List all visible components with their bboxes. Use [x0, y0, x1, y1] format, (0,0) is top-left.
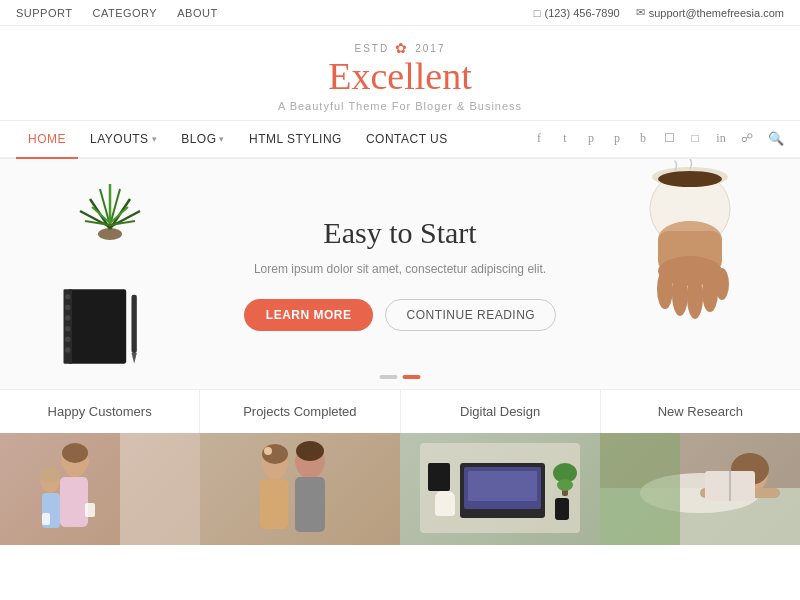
linkedin-icon[interactable]: in: [712, 131, 730, 146]
email-info: ✉ support@themefreesia.com: [636, 6, 784, 19]
svg-point-47: [296, 441, 324, 461]
flower-icon: ✿: [395, 40, 409, 56]
nav-layouts[interactable]: LAYOUTS ▾: [78, 120, 169, 158]
mail-icon: ✉: [636, 6, 645, 19]
logo-title[interactable]: Excellent: [0, 56, 800, 98]
nav-home[interactable]: HOME: [16, 121, 78, 159]
svg-rect-43: [120, 433, 200, 545]
hero-plant-decoration: [70, 169, 160, 259]
gallery-item-3[interactable]: [400, 433, 600, 545]
search-icon[interactable]: 🔍: [768, 131, 784, 147]
hero-content: Easy to Start Lorem ipsum dolor sit amet…: [244, 216, 556, 331]
svg-rect-12: [68, 289, 126, 363]
logo-estd: ESTD ✿ 2017: [0, 40, 800, 56]
stat-projects-completed: Projects Completed: [200, 390, 400, 433]
stats-section: Happy Customers Projects Completed Digit…: [0, 389, 800, 433]
hero-section: Easy to Start Lorem ipsum dolor sit amet…: [0, 159, 800, 389]
learn-more-button[interactable]: LEARN MORE: [244, 299, 374, 331]
svg-rect-20: [132, 294, 137, 352]
gallery-section: [0, 433, 800, 545]
svg-point-30: [687, 275, 703, 319]
nav-contact[interactable]: CONTACT US: [354, 120, 460, 158]
hero-buttons: LEARN MORE CONTINUE READING: [244, 299, 556, 331]
continue-reading-button[interactable]: CONTINUE READING: [385, 299, 556, 331]
logo-area: ESTD ✿ 2017 Excellent A Beautyful Theme …: [0, 26, 800, 121]
phone-number: (123) 456-7890: [544, 7, 619, 19]
instagram-icon[interactable]: ☐: [660, 131, 678, 146]
twitter-icon[interactable]: t: [556, 131, 574, 146]
facebook-icon[interactable]: f: [530, 131, 548, 146]
svg-point-24: [658, 171, 722, 187]
email-address: support@themefreesia.com: [649, 7, 784, 19]
svg-point-15: [65, 305, 70, 310]
nav-left: HOME LAYOUTS ▾ BLOG ▾ HTML STYLING CONTA…: [16, 120, 460, 158]
top-bar: SUPPORT CATEGORY ABOUT □ (123) 456-7890 …: [0, 0, 800, 26]
pinterest2-icon[interactable]: p: [608, 131, 626, 146]
about-link[interactable]: ABOUT: [177, 7, 217, 19]
svg-point-0: [98, 228, 122, 240]
stat-research-label: New Research: [609, 404, 792, 419]
svg-point-16: [65, 315, 70, 320]
slider-dots: [380, 375, 421, 379]
svg-point-36: [62, 443, 88, 463]
svg-rect-56: [468, 471, 537, 501]
svg-rect-45: [295, 477, 325, 532]
svg-rect-34: [60, 477, 88, 527]
slider-dot-1[interactable]: [380, 375, 398, 379]
reddit-icon[interactable]: □: [686, 131, 704, 146]
svg-point-17: [65, 326, 70, 331]
stat-happy-customers: Happy Customers: [0, 390, 200, 433]
top-bar-contact: □ (123) 456-7890 ✉ support@themefreesia.…: [534, 6, 784, 19]
pinterest-icon[interactable]: p: [582, 131, 600, 146]
top-bar-links: SUPPORT CATEGORY ABOUT: [16, 7, 218, 19]
stat-projects-label: Projects Completed: [208, 404, 391, 419]
stat-digital-label: Digital Design: [409, 404, 592, 419]
nav-blog[interactable]: BLOG ▾: [169, 120, 237, 158]
svg-marker-21: [132, 353, 137, 364]
nav-social: f t p p b ☐ □ in ☍ 🔍: [530, 131, 784, 147]
svg-rect-41: [85, 503, 95, 517]
gallery-item-2[interactable]: [200, 433, 400, 545]
blog-dropdown-arrow: ▾: [219, 134, 225, 144]
svg-rect-62: [428, 463, 450, 491]
svg-rect-63: [555, 498, 569, 520]
stat-digital-design: Digital Design: [401, 390, 601, 433]
svg-rect-61: [435, 498, 455, 516]
svg-point-52: [264, 447, 272, 455]
logo-letter-e: E: [328, 55, 351, 97]
svg-rect-72: [600, 433, 680, 545]
stat-new-research: New Research: [601, 390, 800, 433]
nav-bar: HOME LAYOUTS ▾ BLOG ▾ HTML STYLING CONTA…: [0, 121, 800, 159]
logo-title-rest: xcellent: [351, 55, 471, 97]
gallery-item-1[interactable]: [0, 433, 200, 545]
category-link[interactable]: CATEGORY: [92, 7, 157, 19]
layouts-dropdown-arrow: ▾: [152, 134, 158, 144]
hero-coffee-decoration: [610, 159, 780, 389]
hero-notebook-decoration: [55, 284, 140, 369]
svg-point-32: [715, 268, 729, 300]
svg-point-40: [40, 467, 60, 483]
svg-point-19: [65, 347, 70, 352]
svg-rect-42: [42, 513, 50, 525]
estd-label: ESTD: [355, 43, 390, 54]
behance-icon[interactable]: b: [634, 131, 652, 146]
svg-point-18: [65, 336, 70, 341]
link-icon[interactable]: ☍: [738, 131, 756, 146]
gallery-item-4[interactable]: [600, 433, 800, 545]
nav-html-styling[interactable]: HTML STYLING: [237, 120, 354, 158]
logo-year: 2017: [415, 43, 445, 54]
hero-subtitle: Lorem ipsum dolor sit amet, consectetur …: [244, 260, 556, 279]
logo-tagline: A Beautyful Theme For Bloger & Business: [0, 100, 800, 112]
svg-rect-49: [260, 479, 288, 529]
slider-dot-2[interactable]: [403, 375, 421, 379]
svg-point-28: [657, 269, 673, 309]
svg-point-14: [65, 294, 70, 299]
stat-happy-customers-label: Happy Customers: [8, 404, 191, 419]
svg-point-29: [672, 272, 688, 316]
phone-icon: □: [534, 7, 541, 19]
phone-info: □ (123) 456-7890: [534, 7, 620, 19]
svg-point-59: [557, 479, 573, 491]
support-link[interactable]: SUPPORT: [16, 7, 72, 19]
hero-title: Easy to Start: [244, 216, 556, 250]
